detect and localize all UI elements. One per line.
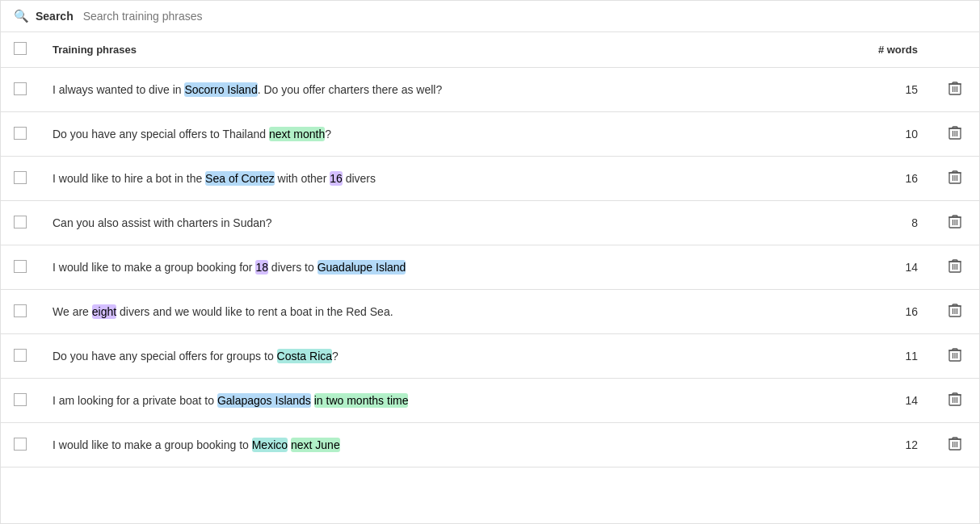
phrase-highlight: Galapagos Islands — [217, 393, 311, 408]
phrase-highlight: next month — [269, 127, 325, 141]
trash-icon — [948, 258, 961, 273]
delete-button[interactable] — [944, 79, 966, 100]
phrase-cell: I am looking for a private boat to Galap… — [40, 379, 865, 423]
phrase-text: I am looking for a private boat to Galap… — [53, 393, 408, 408]
words-count: 11 — [865, 334, 931, 379]
row-checkbox[interactable] — [14, 82, 27, 95]
phrase-highlight: in two months time — [314, 393, 409, 408]
table-row: I always wanted to dive in Socorro Islan… — [1, 68, 979, 112]
action-cell — [931, 245, 979, 290]
phrase-text: Can you also assist with charters in Sud… — [53, 216, 272, 229]
phrase-cell: I would like to hire a bot in the Sea of… — [40, 157, 865, 201]
main-container: 🔍 Search Training phrases # words I alwa… — [0, 0, 980, 524]
search-input[interactable] — [83, 10, 966, 23]
trash-icon — [948, 81, 961, 95]
trash-icon — [948, 125, 961, 140]
header-words-col: # words — [865, 32, 931, 68]
phrase-text: I would like to hire a bot in the Sea of… — [53, 171, 376, 186]
search-bar: 🔍 Search — [1, 1, 979, 32]
trash-icon — [948, 347, 961, 362]
words-count: 14 — [865, 379, 931, 423]
header-phrase-col: Training phrases — [40, 32, 865, 68]
search-label: Search — [36, 10, 74, 23]
row-checkbox[interactable] — [14, 171, 27, 184]
header-action-col — [931, 32, 979, 68]
action-cell — [931, 423, 979, 467]
words-count: 8 — [865, 201, 931, 245]
delete-button[interactable] — [944, 390, 966, 411]
row-checkbox[interactable] — [14, 216, 27, 228]
select-all-checkbox[interactable] — [14, 42, 27, 55]
phrase-text: We are eight divers and we would like to… — [53, 304, 393, 319]
delete-button[interactable] — [944, 124, 966, 145]
delete-button[interactable] — [944, 434, 966, 455]
row-checkbox[interactable] — [14, 127, 27, 140]
words-count: 12 — [865, 423, 931, 467]
phrase-cell: I would like to make a group booking to … — [40, 423, 865, 467]
table-row: I am looking for a private boat to Galap… — [1, 379, 979, 423]
table-row: Do you have any special offers for group… — [1, 334, 979, 379]
words-count: 10 — [865, 112, 931, 157]
trash-icon — [948, 303, 961, 317]
action-cell — [931, 290, 979, 334]
table-row: We are eight divers and we would like to… — [1, 290, 979, 334]
table-row: I would like to make a group booking to … — [1, 423, 979, 467]
phrase-text: Do you have any special offers for group… — [53, 349, 339, 363]
table-row: I would like to hire a bot in the Sea of… — [1, 157, 979, 201]
phrase-text: Do you have any special offers to Thaila… — [53, 127, 331, 141]
row-checkbox[interactable] — [14, 393, 27, 406]
phrase-text: I would like to make a group booking to … — [53, 438, 340, 452]
search-icon: 🔍 — [14, 9, 29, 23]
phrase-cell: Can you also assist with charters in Sud… — [40, 201, 865, 245]
row-checkbox[interactable] — [14, 438, 27, 451]
header-checkbox-col — [1, 32, 40, 68]
table-row: Do you have any special offers to Thaila… — [1, 112, 979, 157]
phrase-cell: I would like to make a group booking for… — [40, 245, 865, 290]
phrase-highlight: 18 — [255, 260, 268, 275]
row-checkbox[interactable] — [14, 349, 27, 362]
table-row: I would like to make a group booking for… — [1, 245, 979, 290]
phrase-highlight: eight — [92, 304, 116, 319]
action-cell — [931, 334, 979, 379]
phrase-cell: Do you have any special offers to Thaila… — [40, 112, 865, 157]
delete-button[interactable] — [944, 257, 966, 278]
trash-icon — [948, 436, 961, 451]
delete-button[interactable] — [944, 212, 966, 233]
action-cell — [931, 379, 979, 423]
action-cell — [931, 112, 979, 157]
row-checkbox[interactable] — [14, 304, 27, 317]
words-count: 15 — [865, 68, 931, 112]
phrase-highlight: Mexico — [252, 438, 288, 452]
phrase-text: I would like to make a group booking for… — [53, 260, 406, 275]
delete-button[interactable] — [944, 301, 966, 322]
action-cell — [931, 201, 979, 245]
action-cell — [931, 68, 979, 112]
training-phrases-table: Training phrases # words I always wanted… — [1, 32, 979, 467]
trash-icon — [948, 214, 961, 228]
delete-button[interactable] — [944, 346, 966, 367]
phrase-highlight: Sea of Cortez — [205, 171, 275, 186]
words-count: 16 — [865, 157, 931, 201]
words-count: 16 — [865, 290, 931, 334]
phrase-highlight: Socorro Island — [184, 82, 257, 97]
delete-button[interactable] — [944, 168, 966, 189]
phrase-highlight: Costa Rica — [277, 349, 332, 363]
action-cell — [931, 157, 979, 201]
phrase-cell: Do you have any special offers for group… — [40, 334, 865, 379]
words-count: 14 — [865, 245, 931, 290]
phrase-cell: We are eight divers and we would like to… — [40, 290, 865, 334]
row-checkbox[interactable] — [14, 260, 27, 273]
phrase-cell: I always wanted to dive in Socorro Islan… — [40, 68, 865, 112]
phrase-highlight: Guadalupe Island — [318, 260, 406, 275]
trash-icon — [948, 170, 961, 184]
phrase-text: I always wanted to dive in Socorro Islan… — [53, 82, 442, 97]
phrase-highlight: 16 — [330, 171, 343, 186]
trash-icon — [948, 392, 961, 406]
table-row: Can you also assist with charters in Sud… — [1, 201, 979, 245]
phrase-highlight: next June — [291, 438, 340, 452]
